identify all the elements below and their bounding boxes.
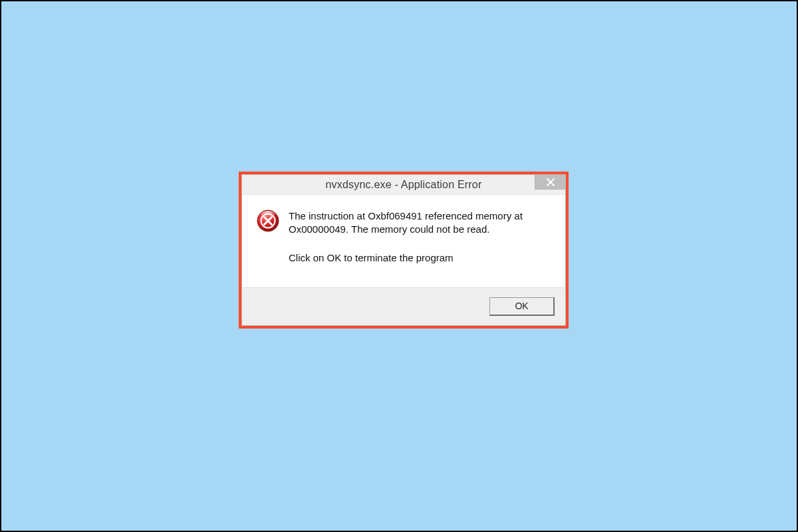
dialog-body: The instruction at Oxbf069491 referenced…	[242, 195, 565, 288]
dialog-title: nvxdsync.exe - Application Error	[242, 179, 565, 191]
ok-button[interactable]: OK	[489, 297, 555, 316]
close-button[interactable]	[535, 175, 565, 190]
error-dialog: nvxdsync.exe - Application Error	[241, 174, 566, 326]
dialog-icon-column	[257, 209, 286, 265]
dialog-message-column: The instruction at Oxbf069491 referenced…	[286, 209, 551, 265]
close-icon	[547, 178, 555, 186]
dialog-footer: OK	[242, 288, 565, 325]
error-message-primary: The instruction at Oxbf069491 referenced…	[289, 209, 551, 237]
dialog-highlight-frame: nvxdsync.exe - Application Error	[239, 172, 569, 329]
error-icon	[257, 209, 279, 232]
svg-point-3	[260, 211, 276, 220]
error-message-secondary: Click on OK to terminate the program	[289, 251, 551, 265]
page-background: nvxdsync.exe - Application Error	[0, 0, 798, 532]
dialog-titlebar[interactable]: nvxdsync.exe - Application Error	[242, 175, 565, 195]
